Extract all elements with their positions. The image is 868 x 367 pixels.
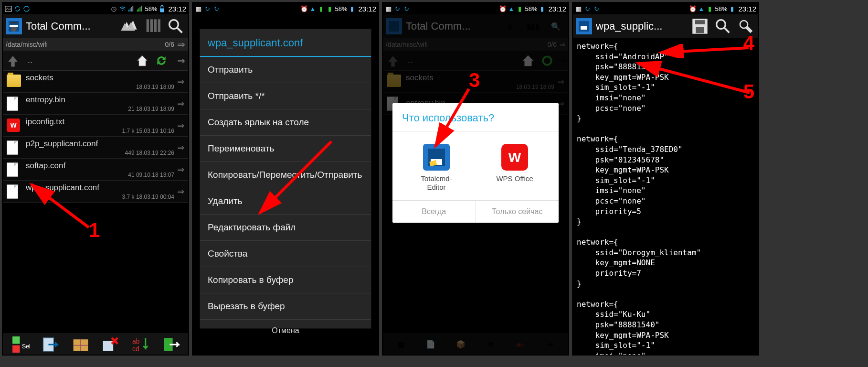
file-type-icon [7,162,21,177]
context-item[interactable]: Отправить */* [200,83,371,109]
svg-rect-52 [696,27,704,33]
nav-row: .. ⇒ [3,51,188,71]
path-bar: /data/misc/wifi 0/6 ⇒ [3,38,188,51]
forward-arrow-icon[interactable]: ⇒ [177,39,185,50]
file-name: wpa_supplicant.conf [26,183,174,193]
svg-point-39 [543,56,551,65]
svg-rect-49 [581,26,587,30]
gallery-icon [5,5,12,12]
up-icon [386,54,400,68]
editor-content[interactable]: network={ ssid="AndroidAP" psk="88881540… [573,38,758,356]
cancel-button[interactable]: Отмена [200,320,371,342]
select-icon[interactable]: Sel [11,336,30,353]
svg-rect-38 [389,21,399,32]
svg-rect-4 [131,7,132,11]
once-button[interactable]: Только сейчас [476,201,559,223]
delete-icon: ✖ [481,336,500,353]
bookmarks-icon[interactable] [143,17,162,36]
wifi-icon [119,5,126,12]
copy-icon[interactable] [41,336,60,353]
svg-text:cd: cd [132,345,139,352]
always-button[interactable]: Всегда [392,201,476,223]
svg-rect-2 [128,10,129,11]
anno-3: 3 [469,69,480,92]
context-item[interactable]: Вырезать в буфер [200,293,371,320]
signal-icon: ▮ [706,5,713,12]
chooser-dialog: Что использовать? Totalcmd-EditorWWPS Of… [392,103,559,223]
totalcmd-editor-app[interactable]: Totalcmd-Editor [413,144,460,192]
context-item[interactable]: Переименовать [200,136,371,162]
forward-arrow2-icon[interactable]: ⇒ [177,55,185,66]
file-row[interactable]: softap.conf41 09.10.18 13:07⇒ [3,159,188,181]
file-name: entropy.bin [26,95,174,105]
wifi-icon: ▲ [698,5,705,12]
app-icon: W [501,144,528,171]
status-bar: ▦↻↻ ⏰ ▲ ▮ 58% ▮ 23:12 [383,3,568,14]
bottom-bar: Sel abcd [3,334,188,355]
file-meta: 21 18.03.19 18:09 [26,106,174,112]
svg-rect-12 [160,8,164,12]
battery-percent: 58% [525,5,537,12]
svg-rect-20 [154,19,157,32]
app-bar: Total Comm... [3,14,188,38]
wps-office-app[interactable]: WWPS Office [491,144,539,192]
anno-1: 1 [89,219,100,242]
refresh-icon [540,54,554,68]
save-icon[interactable] [690,17,709,36]
svg-rect-7 [138,8,139,11]
svg-rect-3 [130,8,131,11]
svg-rect-21 [158,19,160,32]
file-row[interactable]: Wipconfig.txt1.7 k 15.03.19 10:16⇒ [3,115,188,137]
anno-5: 5 [743,80,754,103]
file-name: p2p_supplicant.conf [26,139,174,149]
sort-icon[interactable]: abcd [131,336,150,353]
sync2-icon: ↻ [403,5,410,12]
row-arrow-icon: ⇒ [177,186,184,197]
context-item[interactable]: Удалить [200,188,371,215]
sync2-icon: ↻ [593,5,600,12]
context-item[interactable]: Редактировать файл [200,215,371,241]
file-name: sockets [26,73,174,83]
sync-icon: ↻ [584,5,591,12]
clock: 23:12 [738,5,756,13]
svg-line-23 [177,28,182,33]
delete-icon[interactable] [101,336,120,353]
copy-icon: 📄 [421,336,440,353]
row-arrow-icon: ⇒ [177,98,184,109]
archive-icon[interactable] [71,336,90,353]
context-item[interactable]: Копировать в буфер [200,267,371,293]
signal-icon: ▮ [318,5,325,12]
search-icon[interactable] [713,17,732,36]
battery-percent: 58% [145,5,157,12]
search-icon[interactable] [166,17,185,36]
phone-1: 58% 23:12 Total Comm... /data/misc/wifi … [2,2,189,356]
file-row[interactable]: sockets 18.03.19 18:09⇒ [3,71,188,93]
svg-rect-25 [12,345,20,352]
svg-rect-18 [147,19,149,32]
file-row[interactable]: entropy.bin21 18.03.19 18:09⇒ [3,93,188,115]
exit-icon[interactable] [161,336,180,353]
context-item[interactable]: Свойства [200,241,371,267]
context-item[interactable]: Отправить [200,57,371,83]
app-icon [386,18,402,34]
alarm-icon: ⏰ [689,5,696,12]
battery-icon: ▮ [349,5,356,12]
file-row[interactable]: wpa_supplicant.conf3.7 k 18.03.19 00:04⇒ [3,181,188,203]
clock: 23:12 [168,5,186,13]
svg-rect-6 [137,10,138,11]
refresh-icon[interactable] [154,54,169,68]
context-item[interactable]: Копировать/Переместить/Отправить [200,162,371,188]
signal1-icon [127,5,135,12]
svg-rect-51 [695,20,705,24]
file-row[interactable]: p2p_supplicant.conf449 18.03.19 22:26⇒ [3,137,188,159]
up-icon[interactable] [6,54,20,68]
home-icon [521,54,535,68]
alarm-icon: ⏰ [499,5,506,12]
sync-icon [14,5,21,12]
home-icon[interactable] [135,54,149,68]
history-icon[interactable] [120,17,139,36]
file-meta: 3.7 k 18.03.19 00:04 [26,194,174,200]
exit-icon: ➡ [541,336,560,353]
context-item[interactable]: Создать ярлык на столе [200,109,371,136]
file-type-icon [7,184,21,199]
